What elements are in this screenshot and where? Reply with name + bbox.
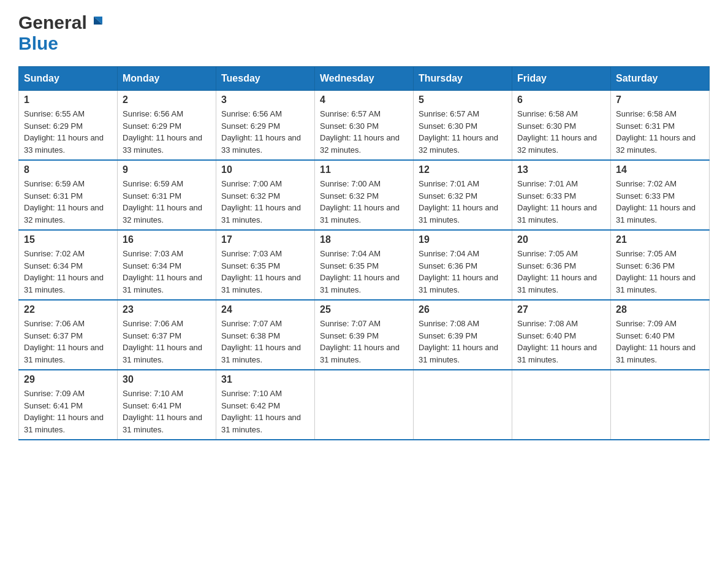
calendar-header-row: SundayMondayTuesdayWednesdayThursdayFrid… xyxy=(19,67,710,91)
sunrise-label: Sunrise: 7:07 AM xyxy=(320,319,381,328)
calendar-cell: 31 Sunrise: 7:10 AM Sunset: 6:42 PM Dayl… xyxy=(216,370,315,440)
sunrise-label: Sunrise: 7:07 AM xyxy=(221,319,282,328)
sunset-label: Sunset: 6:36 PM xyxy=(517,261,576,270)
calendar-cell: 14 Sunrise: 7:02 AM Sunset: 6:33 PM Dayl… xyxy=(611,160,710,230)
daylight-label: Daylight: 11 hours and 31 minutes. xyxy=(320,343,400,364)
sunset-label: Sunset: 6:35 PM xyxy=(221,261,280,270)
header-tuesday: Tuesday xyxy=(216,67,315,91)
day-number: 22 xyxy=(24,304,112,315)
daylight-label: Daylight: 11 hours and 31 minutes. xyxy=(123,273,202,294)
day-info: Sunrise: 7:10 AM Sunset: 6:41 PM Dayligh… xyxy=(123,388,211,435)
daylight-label: Daylight: 11 hours and 33 minutes. xyxy=(123,133,202,155)
day-number: 11 xyxy=(320,164,408,175)
day-number: 28 xyxy=(616,304,704,315)
sunset-label: Sunset: 6:38 PM xyxy=(221,331,280,340)
sunrise-label: Sunrise: 7:03 AM xyxy=(123,249,183,258)
header-wednesday: Wednesday xyxy=(315,67,414,91)
daylight-label: Daylight: 11 hours and 31 minutes. xyxy=(616,273,696,294)
day-info: Sunrise: 6:55 AM Sunset: 6:29 PM Dayligh… xyxy=(24,108,112,156)
sunrise-label: Sunrise: 7:03 AM xyxy=(221,249,282,258)
sunrise-label: Sunrise: 7:00 AM xyxy=(221,179,282,188)
day-info: Sunrise: 6:59 AM Sunset: 6:31 PM Dayligh… xyxy=(24,178,112,226)
sunrise-label: Sunrise: 6:56 AM xyxy=(221,109,282,118)
calendar-cell: 26 Sunrise: 7:08 AM Sunset: 6:39 PM Dayl… xyxy=(414,300,512,370)
sunset-label: Sunset: 6:33 PM xyxy=(616,191,675,201)
day-info: Sunrise: 6:56 AM Sunset: 6:29 PM Dayligh… xyxy=(221,108,309,156)
day-info: Sunrise: 7:09 AM Sunset: 6:40 PM Dayligh… xyxy=(616,318,704,366)
daylight-label: Daylight: 11 hours and 31 minutes. xyxy=(517,343,597,364)
day-info: Sunrise: 6:58 AM Sunset: 6:30 PM Dayligh… xyxy=(517,108,605,156)
day-info: Sunrise: 7:02 AM Sunset: 6:33 PM Dayligh… xyxy=(616,178,704,226)
calendar-cell: 17 Sunrise: 7:03 AM Sunset: 6:35 PM Dayl… xyxy=(216,230,315,300)
sunset-label: Sunset: 6:40 PM xyxy=(517,331,576,340)
daylight-label: Daylight: 11 hours and 31 minutes. xyxy=(221,273,301,294)
sunrise-label: Sunrise: 7:09 AM xyxy=(24,389,85,398)
calendar-cell: 10 Sunrise: 7:00 AM Sunset: 6:32 PM Dayl… xyxy=(216,160,315,230)
calendar-cell: 1 Sunrise: 6:55 AM Sunset: 6:29 PM Dayli… xyxy=(19,91,118,161)
daylight-label: Daylight: 11 hours and 32 minutes. xyxy=(517,133,597,155)
sunset-label: Sunset: 6:29 PM xyxy=(24,121,83,131)
sunset-label: Sunset: 6:36 PM xyxy=(419,261,477,270)
daylight-label: Daylight: 11 hours and 31 minutes. xyxy=(320,273,400,294)
day-info: Sunrise: 7:01 AM Sunset: 6:33 PM Dayligh… xyxy=(517,178,605,226)
calendar-week-5: 29 Sunrise: 7:09 AM Sunset: 6:41 PM Dayl… xyxy=(19,370,710,440)
sunrise-label: Sunrise: 7:04 AM xyxy=(419,249,479,258)
day-number: 23 xyxy=(123,304,211,315)
calendar-week-2: 8 Sunrise: 6:59 AM Sunset: 6:31 PM Dayli… xyxy=(19,160,710,230)
day-number: 21 xyxy=(616,234,704,245)
sunrise-label: Sunrise: 7:08 AM xyxy=(419,319,479,328)
day-info: Sunrise: 6:57 AM Sunset: 6:30 PM Dayligh… xyxy=(320,108,408,156)
sunset-label: Sunset: 6:29 PM xyxy=(123,121,181,131)
day-number: 17 xyxy=(221,234,309,245)
daylight-label: Daylight: 11 hours and 31 minutes. xyxy=(517,203,597,224)
calendar-cell: 15 Sunrise: 7:02 AM Sunset: 6:34 PM Dayl… xyxy=(19,230,118,300)
calendar-week-4: 22 Sunrise: 7:06 AM Sunset: 6:37 PM Dayl… xyxy=(19,300,710,370)
day-info: Sunrise: 7:10 AM Sunset: 6:42 PM Dayligh… xyxy=(221,388,309,435)
day-info: Sunrise: 7:03 AM Sunset: 6:34 PM Dayligh… xyxy=(123,248,211,296)
sunset-label: Sunset: 6:34 PM xyxy=(123,261,181,270)
daylight-label: Daylight: 11 hours and 31 minutes. xyxy=(123,413,202,434)
logo: General Blue xyxy=(18,12,107,54)
logo-general-text: General xyxy=(18,12,87,33)
day-number: 18 xyxy=(320,234,408,245)
daylight-label: Daylight: 11 hours and 32 minutes. xyxy=(123,203,202,224)
sunrise-label: Sunrise: 7:10 AM xyxy=(123,389,183,398)
calendar-table: SundayMondayTuesdayWednesdayThursdayFrid… xyxy=(18,66,710,440)
sunrise-label: Sunrise: 6:55 AM xyxy=(24,109,85,118)
calendar-cell: 3 Sunrise: 6:56 AM Sunset: 6:29 PM Dayli… xyxy=(216,91,315,161)
calendar-cell: 29 Sunrise: 7:09 AM Sunset: 6:41 PM Dayl… xyxy=(19,370,118,440)
calendar-cell: 22 Sunrise: 7:06 AM Sunset: 6:37 PM Dayl… xyxy=(19,300,118,370)
header-saturday: Saturday xyxy=(611,67,710,91)
calendar-cell: 28 Sunrise: 7:09 AM Sunset: 6:40 PM Dayl… xyxy=(611,300,710,370)
day-info: Sunrise: 7:06 AM Sunset: 6:37 PM Dayligh… xyxy=(24,318,112,366)
calendar-cell: 7 Sunrise: 6:58 AM Sunset: 6:31 PM Dayli… xyxy=(611,91,710,161)
daylight-label: Daylight: 11 hours and 31 minutes. xyxy=(616,343,696,364)
sunset-label: Sunset: 6:41 PM xyxy=(24,401,83,410)
calendar-cell: 24 Sunrise: 7:07 AM Sunset: 6:38 PM Dayl… xyxy=(216,300,315,370)
calendar-cell: 27 Sunrise: 7:08 AM Sunset: 6:40 PM Dayl… xyxy=(512,300,611,370)
daylight-label: Daylight: 11 hours and 32 minutes. xyxy=(24,203,104,224)
daylight-label: Daylight: 11 hours and 31 minutes. xyxy=(24,273,104,294)
day-number: 15 xyxy=(24,234,112,245)
calendar-cell: 18 Sunrise: 7:04 AM Sunset: 6:35 PM Dayl… xyxy=(315,230,414,300)
sunset-label: Sunset: 6:30 PM xyxy=(517,121,576,131)
header-monday: Monday xyxy=(118,67,216,91)
day-number: 6 xyxy=(517,94,605,105)
sunset-label: Sunset: 6:36 PM xyxy=(616,261,675,270)
daylight-label: Daylight: 11 hours and 31 minutes. xyxy=(221,203,301,224)
sunrise-label: Sunrise: 7:04 AM xyxy=(320,249,381,258)
calendar-cell: 6 Sunrise: 6:58 AM Sunset: 6:30 PM Dayli… xyxy=(512,91,611,161)
sunrise-label: Sunrise: 7:01 AM xyxy=(517,179,578,188)
calendar-week-3: 15 Sunrise: 7:02 AM Sunset: 6:34 PM Dayl… xyxy=(19,230,710,300)
day-number: 8 xyxy=(24,164,112,175)
sunrise-label: Sunrise: 7:05 AM xyxy=(517,249,578,258)
daylight-label: Daylight: 11 hours and 31 minutes. xyxy=(221,413,301,434)
sunset-label: Sunset: 6:33 PM xyxy=(517,191,576,201)
sunrise-label: Sunrise: 7:02 AM xyxy=(24,249,85,258)
calendar-week-1: 1 Sunrise: 6:55 AM Sunset: 6:29 PM Dayli… xyxy=(19,91,710,161)
sunrise-label: Sunrise: 7:02 AM xyxy=(616,179,677,188)
daylight-label: Daylight: 11 hours and 31 minutes. xyxy=(616,203,696,224)
sunset-label: Sunset: 6:31 PM xyxy=(123,191,181,201)
day-number: 5 xyxy=(419,94,507,105)
sunrise-label: Sunrise: 7:09 AM xyxy=(616,319,677,328)
